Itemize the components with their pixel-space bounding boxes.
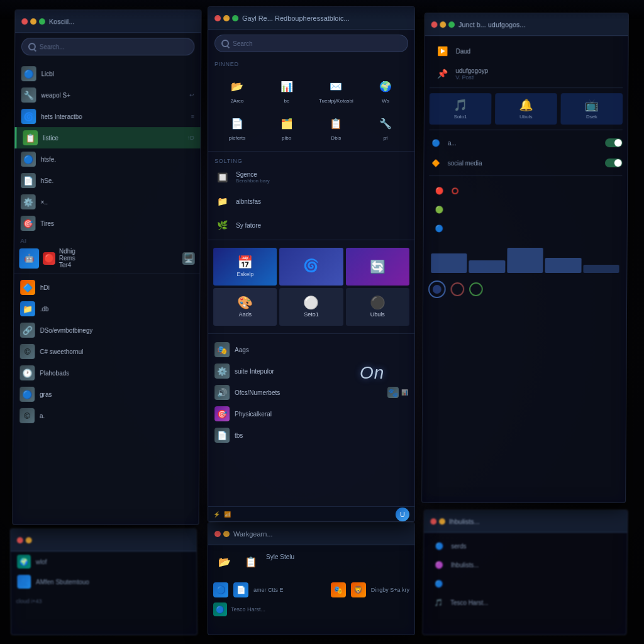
app-icon[interactable]: 🔵 bbox=[213, 582, 228, 597]
bc-text: Syle Stelu bbox=[266, 550, 409, 575]
app-icon[interactable]: 🎭 bbox=[331, 582, 346, 597]
tile-item[interactable]: 📅 Eskelp bbox=[213, 248, 277, 286]
tile-item[interactable]: 🌀 bbox=[279, 248, 343, 286]
toggle-switch-2[interactable] bbox=[605, 158, 623, 167]
divider-center-2 bbox=[208, 240, 414, 240]
right-item[interactable]: 🔵 bbox=[429, 219, 622, 238]
min-btn-center[interactable] bbox=[223, 15, 230, 21]
pinned-item[interactable]: 📋 Dbis bbox=[312, 109, 360, 145]
grid-item[interactable]: 🔔 Ubuls bbox=[495, 93, 557, 125]
tile-icon: ⚫ bbox=[370, 296, 386, 309]
list-item[interactable]: 🕐 Plahobads bbox=[14, 362, 199, 384]
list-item[interactable]: 🎯 Tires bbox=[14, 213, 200, 234]
pinned-item[interactable]: 📄 pleferts bbox=[213, 109, 261, 145]
app-name: weapol S+ bbox=[41, 92, 184, 99]
bottom-right-section: 🔵 serds 🟣 Ihbulists... 🔵 🎵 Tesco Harst..… bbox=[423, 533, 628, 616]
tile-item[interactable]: 🎨 Aads bbox=[213, 288, 277, 326]
max-btn-right[interactable] bbox=[448, 21, 455, 28]
search-icon-left bbox=[28, 43, 36, 50]
max-btn-center[interactable] bbox=[232, 15, 238, 21]
rec-item[interactable]: 📁 albntsfas bbox=[208, 189, 414, 213]
app-name: gras bbox=[40, 391, 193, 397]
panel-left: Kosciil... Search... 🔵 Licbl 🔧 weapol S+… bbox=[12, 9, 201, 525]
pinned-item[interactable]: ✉️ Tuestpj/Kotasbi bbox=[312, 72, 360, 108]
tile-icon: 🔄 bbox=[370, 260, 386, 273]
app-name: Physicalkeral bbox=[235, 411, 408, 418]
close-btn-bc[interactable] bbox=[214, 531, 221, 537]
rec-item[interactable]: 🔲 Sgence Benshbon bary bbox=[208, 165, 414, 189]
app-icon: 🎯 bbox=[21, 216, 36, 231]
app-icon: ©️ bbox=[20, 344, 35, 359]
window-controls-center bbox=[214, 15, 238, 21]
app-icon[interactable]: 📄 bbox=[233, 582, 248, 597]
app-name: Ofcs/Numerbets bbox=[235, 389, 382, 396]
pinned-icon: 📄 bbox=[227, 113, 247, 133]
tile-item[interactable]: ⚪ Seto1 bbox=[279, 288, 343, 326]
pinned-item[interactable]: 📂 2Arco bbox=[213, 72, 261, 108]
pinned-item[interactable]: 🗂️ plbo bbox=[263, 109, 311, 145]
rec-item[interactable]: 🌿 Sy fatore bbox=[208, 213, 414, 237]
tile-item[interactable]: 🔄 bbox=[346, 248, 409, 286]
close-btn-right[interactable] bbox=[431, 21, 438, 28]
circle-indicators bbox=[428, 278, 621, 301]
search-bar-center[interactable]: Search bbox=[214, 35, 408, 52]
list-item[interactable]: 🔊 Ofcs/Numerbets 🐾 📊 bbox=[208, 382, 414, 403]
panel-center: Gayl Re... Redboupheressatbloic... Searc… bbox=[208, 6, 415, 522]
min-btn-br[interactable] bbox=[439, 518, 445, 525]
list-item[interactable]: 🔵 gras bbox=[13, 384, 199, 405]
min-btn-right[interactable] bbox=[440, 21, 446, 28]
min-btn-bl[interactable] bbox=[26, 537, 32, 543]
pinned-apps-grid: 📂 2Arco 📊 bc ✉️ Tuestpj/Kotasbi 🌍 Ws 📄 bbox=[208, 69, 414, 148]
app-icon[interactable]: 🔵 bbox=[213, 602, 227, 616]
app-icon[interactable]: 🦁 bbox=[351, 582, 366, 597]
pinned-icon: 📋 bbox=[326, 113, 346, 133]
bar-chart bbox=[428, 240, 622, 278]
bottom-center-bottom-row: 🔵 📄 amer Ctts E 🎭 🦁 Dingby S+a kry bbox=[208, 580, 414, 600]
circle-inner bbox=[433, 285, 441, 294]
pinned-item[interactable]: 📊 bc bbox=[263, 72, 311, 108]
list-item[interactable]: 🎭 Aags bbox=[208, 339, 414, 360]
list-item[interactable]: ©️ a. bbox=[13, 405, 199, 426]
list-item[interactable]: ©️ C# sweethornul bbox=[14, 341, 199, 362]
ai-icon-2: 🔴 bbox=[43, 252, 55, 265]
app-icon: 🎯 bbox=[214, 406, 230, 421]
right-item-icon: 🔴 bbox=[433, 184, 447, 197]
toggle-switch-1[interactable] bbox=[605, 138, 623, 147]
bar bbox=[469, 260, 506, 273]
circle-indicator bbox=[428, 280, 446, 298]
list-item[interactable]: 📁 .db bbox=[14, 298, 199, 319]
list-item[interactable]: 🎯 Physicalkeral bbox=[208, 403, 414, 425]
bc-icon-1[interactable]: 📂 bbox=[213, 550, 236, 573]
close-btn-br[interactable] bbox=[430, 518, 436, 525]
close-btn-center[interactable] bbox=[214, 15, 221, 21]
app-name: Aags bbox=[235, 347, 408, 353]
min-btn-bc[interactable] bbox=[223, 531, 230, 537]
search-icon-center bbox=[221, 40, 229, 47]
divider bbox=[14, 274, 199, 274]
list-item[interactable]: 📄 tbs bbox=[208, 425, 414, 446]
app-icon: 👤 bbox=[17, 575, 31, 589]
ai-icon-1: 🤖 bbox=[19, 248, 39, 269]
tile-item[interactable]: ⚫ Ubuls bbox=[346, 288, 409, 326]
pinned-name: pleferts bbox=[229, 135, 245, 141]
grid-item[interactable]: 📺 Dsek bbox=[560, 93, 623, 125]
pinned-item[interactable]: 🌍 Ws bbox=[362, 72, 409, 108]
close-btn-left[interactable] bbox=[21, 18, 28, 25]
user-avatar[interactable]: U bbox=[396, 508, 409, 521]
list-item[interactable]: ⚙️ ×.. bbox=[14, 191, 200, 213]
center-status-bar: ⚡ 📶 U bbox=[208, 506, 414, 521]
panel-bottom-right-title: Ihbulists... bbox=[449, 518, 621, 525]
max-btn-left[interactable] bbox=[39, 18, 45, 25]
right-item[interactable]: 🟢 bbox=[429, 200, 622, 219]
list-item[interactable]: 🔷 hDi bbox=[14, 277, 199, 298]
pinned-item[interactable]: 🔧 pf bbox=[362, 109, 409, 145]
min-btn-left[interactable] bbox=[30, 18, 36, 25]
bar bbox=[583, 265, 619, 273]
list-item[interactable]: 🔗 DSo/evmbotbinegy bbox=[14, 319, 199, 341]
window-controls-bottom-center bbox=[214, 531, 230, 537]
app-name: hDi bbox=[40, 284, 194, 291]
right-panel-section: ▶️ Daud 📌 udufgogoyp V. Post! bbox=[423, 36, 628, 304]
pinned-name: plbo bbox=[282, 135, 291, 141]
grid-item[interactable]: 🎵 Soto1 bbox=[430, 93, 492, 125]
bc-icon-2[interactable]: 📋 bbox=[240, 550, 262, 573]
